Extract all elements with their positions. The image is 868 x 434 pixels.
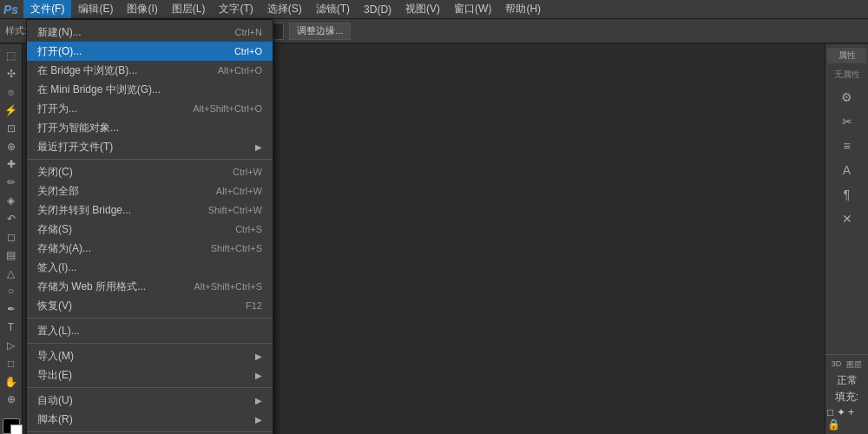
tool-marquee[interactable]: ⬚ <box>2 48 21 64</box>
menu-item-script-label: 脚本(R) <box>37 412 252 427</box>
menu-item-automate[interactable]: 自动(U) ▶ <box>27 391 273 410</box>
tool-pen[interactable]: ✒ <box>2 301 21 318</box>
menu-item-open-smart[interactable]: 打开为智能对象... <box>27 118 273 137</box>
tool-blur[interactable]: △ <box>2 265 21 281</box>
menu-item-save-web-shortcut: Alt+Shift+Ctrl+S <box>194 281 262 292</box>
right-panel: 属性 无属性 ⚙ ✂ ≡ A ¶ ✕ 3D 图层 正常 填充: □ ✦ + 🔒 <box>825 44 868 434</box>
menu-text[interactable]: 文字(T) <box>212 0 260 18</box>
divider-5 <box>27 431 273 432</box>
menu-item-place[interactable]: 置入(L)... <box>27 321 273 340</box>
divider-3 <box>27 343 273 344</box>
tool-hand[interactable]: ✋ <box>2 373 21 390</box>
menu-item-import-label: 导入(M) <box>37 349 252 364</box>
foreground-color[interactable] <box>3 418 20 433</box>
menu-help[interactable]: 帮助(H) <box>498 0 548 18</box>
menu-item-close-all-label: 关闭全部 <box>37 184 207 199</box>
menu-item-new[interactable]: 新建(N)... Ctrl+N <box>27 23 273 42</box>
menu-item-new-label: 新建(N)... <box>37 25 227 40</box>
tool-heal[interactable]: ✚ <box>2 156 21 173</box>
tab-3d[interactable]: 3D <box>830 358 844 372</box>
menu-file[interactable]: 文件(F) <box>23 0 71 18</box>
no-properties-label: 无属性 <box>832 65 862 84</box>
divider-4 <box>27 387 273 388</box>
menu-view[interactable]: 视图(V) <box>398 0 447 18</box>
menu-item-automate-label: 自动(U) <box>37 393 252 408</box>
tool-shape[interactable]: □ <box>2 355 21 372</box>
menu-item-open[interactable]: 打开(O)... Ctrl+O <box>27 42 273 61</box>
tool-dodge[interactable]: ○ <box>2 283 21 299</box>
menu-item-open-smart-label: 打开为智能对象... <box>37 121 253 135</box>
tool-clone[interactable]: ◈ <box>2 193 21 209</box>
menu-item-close-shortcut: Ctrl+W <box>233 167 262 177</box>
tool-lasso[interactable]: ⌾ <box>2 84 21 101</box>
menu-item-browse-mini[interactable]: 在 Mini Bridge 中浏览(G)... <box>27 80 273 99</box>
menu-item-import[interactable]: 导入(M) ▶ <box>27 346 273 365</box>
tool-eraser[interactable]: ◻ <box>2 228 21 245</box>
menu-edit[interactable]: 编辑(E) <box>71 0 120 18</box>
tool-path[interactable]: ▷ <box>2 338 21 354</box>
menu-item-open-shortcut: Ctrl+O <box>234 46 262 56</box>
tool-gradient[interactable]: ▤ <box>2 247 21 263</box>
blend-mode-label: 正常 <box>837 373 858 388</box>
menu-item-close-bridge[interactable]: 关闭并转到 Bridge... Shift+Ctrl+W <box>27 201 273 220</box>
tool-type[interactable]: T <box>2 319 21 336</box>
menu-item-browse-bridge[interactable]: 在 Bridge 中浏览(B)... Alt+Ctrl+O <box>27 61 273 80</box>
menu-item-new-shortcut: Ctrl+N <box>235 27 262 37</box>
lock-icon-4[interactable]: 🔒 <box>827 418 840 431</box>
menu-item-checkin-label: 签入(I)... <box>37 260 253 275</box>
menu-3d[interactable]: 3D(D) <box>357 2 398 17</box>
menu-item-recent-arrow: ▶ <box>255 142 262 152</box>
menu-item-browse-bridge-label: 在 Bridge 中浏览(B)... <box>37 63 209 78</box>
menu-item-save-web[interactable]: 存储为 Web 所用格式... Alt+Shift+Ctrl+S <box>27 277 273 296</box>
properties-icon-1[interactable]: ⚙ <box>836 86 858 108</box>
adjust-edge-button[interactable]: 调整边缘... <box>289 23 351 40</box>
tool-zoom[interactable]: ⊕ <box>2 391 21 408</box>
menu-item-place-label: 置入(L)... <box>37 324 253 339</box>
properties-icon-4[interactable]: A <box>836 159 858 181</box>
menu-select[interactable]: 选择(S) <box>260 0 309 18</box>
menu-item-export[interactable]: 导出(E) ▶ <box>27 365 273 385</box>
tool-crop[interactable]: ⊡ <box>2 120 21 136</box>
menu-item-open-as-label: 打开为... <box>37 102 184 116</box>
menu-item-revert[interactable]: 恢复(V) F12 <box>27 296 273 315</box>
tool-brush[interactable]: ✏ <box>2 174 21 191</box>
tool-wand[interactable]: ⚡ <box>2 102 21 119</box>
menu-item-import-arrow: ▶ <box>255 352 262 361</box>
opacity-value-display: 填充: <box>835 390 858 404</box>
file-menu-dropdown: 新建(N)... Ctrl+N 打开(O)... Ctrl+O 在 Bridge… <box>26 19 273 434</box>
menu-item-save[interactable]: 存储(S) Ctrl+S <box>27 220 273 239</box>
menu-item-script[interactable]: 脚本(R) ▶ <box>27 410 273 429</box>
menu-item-browse-mini-label: 在 Mini Bridge 中浏览(G)... <box>37 82 253 97</box>
menu-layer[interactable]: 图层(L) <box>165 0 213 18</box>
menu-item-close-all-shortcut: Alt+Ctrl+W <box>216 186 262 196</box>
menu-filter[interactable]: 滤镜(T) <box>309 0 357 18</box>
properties-icon-3[interactable]: ≡ <box>836 135 858 157</box>
menu-item-save-shortcut: Ctrl+S <box>235 224 262 234</box>
menu-item-save-label: 存储(S) <box>37 222 227 237</box>
menu-item-open-label: 打开(O)... <box>37 44 226 59</box>
properties-icon-2[interactable]: ✂ <box>836 110 858 133</box>
menu-item-automate-arrow: ▶ <box>255 396 262 405</box>
style-label: 样式: <box>5 24 27 37</box>
menu-item-recent[interactable]: 最近打开文件(T) ▶ <box>27 137 273 156</box>
tool-eyedropper[interactable]: ⊕ <box>2 138 21 155</box>
menu-item-open-as-shortcut: Alt+Shift+Ctrl+O <box>193 103 262 114</box>
app-logo: Ps <box>3 3 18 16</box>
menu-item-open-as[interactable]: 打开为... Alt+Shift+Ctrl+O <box>27 99 273 118</box>
menu-item-close[interactable]: 关闭(C) Ctrl+W <box>27 162 273 181</box>
properties-icon-6[interactable]: ✕ <box>836 207 858 230</box>
tool-move[interactable]: ✣ <box>2 66 21 82</box>
menu-item-checkin[interactable]: 签入(I)... <box>27 258 273 277</box>
lock-row: □ ✦ + 🔒 <box>827 406 866 431</box>
menu-item-save-as[interactable]: 存储为(A)... Shift+Ctrl+S <box>27 239 273 258</box>
lock-icon-3[interactable]: + <box>848 406 854 418</box>
tab-layers[interactable]: 图层 <box>845 358 864 372</box>
properties-icon-5[interactable]: ¶ <box>836 183 858 206</box>
lock-icon-2[interactable]: ✦ <box>837 406 845 418</box>
menu-item-close-all[interactable]: 关闭全部 Alt+Ctrl+W <box>27 181 273 201</box>
divider-1 <box>27 159 273 160</box>
menu-image[interactable]: 图像(I) <box>120 0 164 18</box>
lock-icon-1[interactable]: □ <box>827 406 833 418</box>
tool-history[interactable]: ↶ <box>2 211 21 227</box>
menu-window[interactable]: 窗口(W) <box>447 0 498 18</box>
